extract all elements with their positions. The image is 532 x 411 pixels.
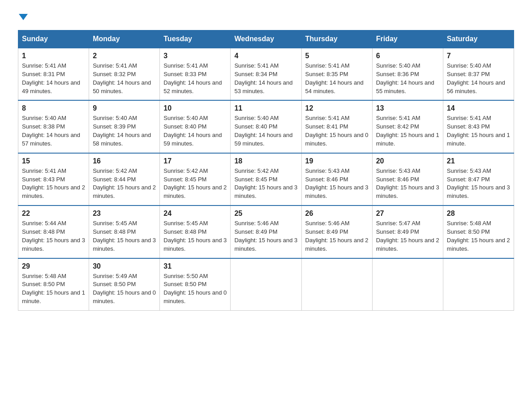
day-number: 25 <box>234 210 297 218</box>
calendar-cell: 24Sunrise: 5:45 AMSunset: 8:48 PMDayligh… <box>160 206 231 258</box>
day-info: Sunrise: 5:43 AMSunset: 8:47 PMDaylight:… <box>447 167 510 201</box>
day-number: 21 <box>447 157 510 165</box>
day-info: Sunrise: 5:46 AMSunset: 8:49 PMDaylight:… <box>305 219 369 253</box>
calendar-cell: 10Sunrise: 5:40 AMSunset: 8:40 PMDayligh… <box>160 100 231 153</box>
day-info: Sunrise: 5:45 AMSunset: 8:48 PMDaylight:… <box>93 219 156 253</box>
day-number: 9 <box>93 104 156 112</box>
calendar-cell <box>443 258 514 311</box>
day-info: Sunrise: 5:41 AMSunset: 8:35 PMDaylight:… <box>305 62 369 95</box>
header-tuesday: Tuesday <box>160 30 231 48</box>
calendar-cell: 12Sunrise: 5:41 AMSunset: 8:41 PMDayligh… <box>301 100 372 153</box>
day-number: 26 <box>305 210 369 218</box>
day-number: 29 <box>22 262 85 270</box>
calendar-cell: 23Sunrise: 5:45 AMSunset: 8:48 PMDayligh… <box>89 206 160 258</box>
day-number: 16 <box>93 157 156 165</box>
calendar-cell: 25Sunrise: 5:46 AMSunset: 8:49 PMDayligh… <box>231 206 301 258</box>
day-number: 1 <box>22 52 85 60</box>
day-info: Sunrise: 5:49 AMSunset: 8:50 PMDaylight:… <box>93 272 156 306</box>
day-info: Sunrise: 5:40 AMSunset: 8:36 PMDaylight:… <box>376 62 439 95</box>
calendar-cell: 17Sunrise: 5:42 AMSunset: 8:45 PMDayligh… <box>160 153 231 206</box>
calendar-cell: 4Sunrise: 5:41 AMSunset: 8:34 PMDaylight… <box>231 48 301 100</box>
header-sunday: Sunday <box>18 30 89 48</box>
day-number: 28 <box>447 210 510 218</box>
day-number: 22 <box>22 210 85 218</box>
day-info: Sunrise: 5:44 AMSunset: 8:48 PMDaylight:… <box>22 219 85 253</box>
calendar-cell: 31Sunrise: 5:50 AMSunset: 8:50 PMDayligh… <box>160 258 231 311</box>
header-thursday: Thursday <box>301 30 372 48</box>
day-number: 2 <box>93 52 156 60</box>
calendar-cell: 29Sunrise: 5:48 AMSunset: 8:50 PMDayligh… <box>18 258 89 311</box>
header-friday: Friday <box>372 30 443 48</box>
calendar-cell: 30Sunrise: 5:49 AMSunset: 8:50 PMDayligh… <box>89 258 160 311</box>
day-info: Sunrise: 5:46 AMSunset: 8:49 PMDaylight:… <box>234 219 297 253</box>
day-number: 27 <box>376 210 439 218</box>
day-info: Sunrise: 5:47 AMSunset: 8:49 PMDaylight:… <box>376 219 439 253</box>
calendar-cell: 20Sunrise: 5:43 AMSunset: 8:46 PMDayligh… <box>372 153 443 206</box>
calendar-cell <box>231 258 301 311</box>
day-number: 4 <box>234 52 297 60</box>
header-saturday: Saturday <box>443 30 514 48</box>
week-row-5: 29Sunrise: 5:48 AMSunset: 8:50 PMDayligh… <box>18 258 514 311</box>
page-header <box>18 13 514 22</box>
day-number: 30 <box>93 262 156 270</box>
day-info: Sunrise: 5:48 AMSunset: 8:50 PMDaylight:… <box>447 219 510 253</box>
day-number: 19 <box>305 157 369 165</box>
day-info: Sunrise: 5:41 AMSunset: 8:31 PMDaylight:… <box>22 62 85 95</box>
day-info: Sunrise: 5:48 AMSunset: 8:50 PMDaylight:… <box>22 272 85 306</box>
calendar-cell: 26Sunrise: 5:46 AMSunset: 8:49 PMDayligh… <box>301 206 372 258</box>
calendar-cell: 21Sunrise: 5:43 AMSunset: 8:47 PMDayligh… <box>443 153 514 206</box>
day-number: 12 <box>305 104 369 112</box>
day-info: Sunrise: 5:40 AMSunset: 8:40 PMDaylight:… <box>234 114 297 148</box>
calendar-cell <box>301 258 372 311</box>
day-number: 20 <box>376 157 439 165</box>
header-wednesday: Wednesday <box>231 30 301 48</box>
day-info: Sunrise: 5:41 AMSunset: 8:43 PMDaylight:… <box>447 114 510 148</box>
day-info: Sunrise: 5:43 AMSunset: 8:46 PMDaylight:… <box>305 167 369 201</box>
day-info: Sunrise: 5:45 AMSunset: 8:48 PMDaylight:… <box>163 219 227 253</box>
calendar-cell: 18Sunrise: 5:42 AMSunset: 8:45 PMDayligh… <box>231 153 301 206</box>
day-info: Sunrise: 5:42 AMSunset: 8:45 PMDaylight:… <box>234 167 297 201</box>
day-number: 18 <box>234 157 297 165</box>
day-number: 15 <box>22 157 85 165</box>
day-number: 24 <box>163 210 227 218</box>
calendar-cell: 19Sunrise: 5:43 AMSunset: 8:46 PMDayligh… <box>301 153 372 206</box>
day-number: 3 <box>163 52 227 60</box>
logo-arrow-icon <box>19 14 28 20</box>
day-number: 7 <box>447 52 510 60</box>
day-info: Sunrise: 5:40 AMSunset: 8:38 PMDaylight:… <box>22 114 85 148</box>
calendar-cell: 15Sunrise: 5:41 AMSunset: 8:43 PMDayligh… <box>18 153 89 206</box>
header-monday: Monday <box>89 30 160 48</box>
day-info: Sunrise: 5:40 AMSunset: 8:37 PMDaylight:… <box>447 62 510 95</box>
day-number: 8 <box>22 104 85 112</box>
calendar-table: SundayMondayTuesdayWednesdayThursdayFrid… <box>18 30 514 311</box>
day-number: 5 <box>305 52 369 60</box>
day-number: 31 <box>163 262 227 270</box>
day-number: 11 <box>234 104 297 112</box>
logo <box>18 13 28 22</box>
day-info: Sunrise: 5:40 AMSunset: 8:39 PMDaylight:… <box>93 114 156 148</box>
calendar-cell: 22Sunrise: 5:44 AMSunset: 8:48 PMDayligh… <box>18 206 89 258</box>
calendar-cell: 6Sunrise: 5:40 AMSunset: 8:36 PMDaylight… <box>372 48 443 100</box>
day-info: Sunrise: 5:42 AMSunset: 8:45 PMDaylight:… <box>163 167 227 201</box>
day-number: 23 <box>93 210 156 218</box>
week-row-3: 15Sunrise: 5:41 AMSunset: 8:43 PMDayligh… <box>18 153 514 206</box>
calendar-cell: 28Sunrise: 5:48 AMSunset: 8:50 PMDayligh… <box>443 206 514 258</box>
day-info: Sunrise: 5:40 AMSunset: 8:40 PMDaylight:… <box>163 114 227 148</box>
calendar-cell: 2Sunrise: 5:41 AMSunset: 8:32 PMDaylight… <box>89 48 160 100</box>
day-number: 17 <box>163 157 227 165</box>
calendar-cell <box>372 258 443 311</box>
week-row-2: 8Sunrise: 5:40 AMSunset: 8:38 PMDaylight… <box>18 100 514 153</box>
day-number: 6 <box>376 52 439 60</box>
calendar-cell: 3Sunrise: 5:41 AMSunset: 8:33 PMDaylight… <box>160 48 231 100</box>
calendar-cell: 1Sunrise: 5:41 AMSunset: 8:31 PMDaylight… <box>18 48 89 100</box>
day-info: Sunrise: 5:41 AMSunset: 8:41 PMDaylight:… <box>305 114 369 148</box>
calendar-cell: 16Sunrise: 5:42 AMSunset: 8:44 PMDayligh… <box>89 153 160 206</box>
calendar-cell: 13Sunrise: 5:41 AMSunset: 8:42 PMDayligh… <box>372 100 443 153</box>
day-info: Sunrise: 5:41 AMSunset: 8:33 PMDaylight:… <box>163 62 227 95</box>
day-info: Sunrise: 5:41 AMSunset: 8:32 PMDaylight:… <box>93 62 156 95</box>
day-info: Sunrise: 5:41 AMSunset: 8:34 PMDaylight:… <box>234 62 297 95</box>
week-row-4: 22Sunrise: 5:44 AMSunset: 8:48 PMDayligh… <box>18 206 514 258</box>
calendar-cell: 7Sunrise: 5:40 AMSunset: 8:37 PMDaylight… <box>443 48 514 100</box>
week-row-1: 1Sunrise: 5:41 AMSunset: 8:31 PMDaylight… <box>18 48 514 100</box>
day-number: 13 <box>376 104 439 112</box>
